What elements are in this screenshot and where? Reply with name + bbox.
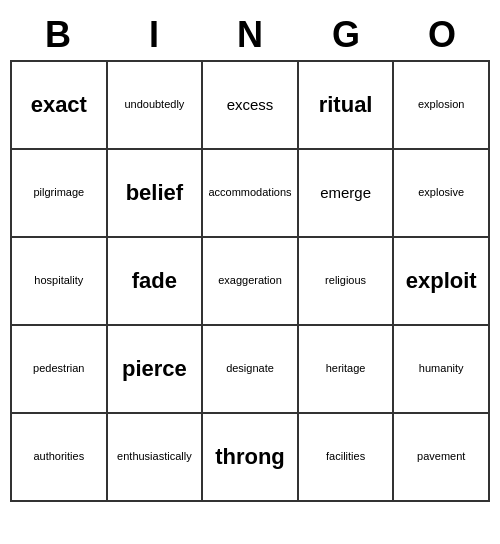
bingo-cell-1-0: pilgrimage bbox=[12, 150, 108, 238]
bingo-header: BINGO bbox=[10, 10, 490, 60]
cell-text-0-1: undoubtedly bbox=[124, 98, 184, 111]
bingo-cell-1-2: accommodations bbox=[203, 150, 299, 238]
bingo-cell-1-1: belief bbox=[108, 150, 204, 238]
cell-text-2-1: fade bbox=[132, 268, 177, 294]
cell-text-4-2: throng bbox=[215, 444, 285, 470]
cell-text-1-4: explosive bbox=[418, 186, 464, 199]
bingo-cell-0-0: exact bbox=[12, 62, 108, 150]
cell-text-0-3: ritual bbox=[319, 92, 373, 118]
bingo-grid: exactundoubtedlyexcessritualexplosionpil… bbox=[10, 60, 490, 502]
header-letter-g: G bbox=[298, 10, 394, 60]
cell-text-3-2: designate bbox=[226, 362, 274, 375]
bingo-cell-2-1: fade bbox=[108, 238, 204, 326]
cell-text-4-1: enthusiastically bbox=[117, 450, 192, 463]
bingo-cell-3-4: humanity bbox=[394, 326, 490, 414]
cell-text-4-3: facilities bbox=[326, 450, 365, 463]
cell-text-2-3: religious bbox=[325, 274, 366, 287]
bingo-cell-0-4: explosion bbox=[394, 62, 490, 150]
bingo-cell-4-4: pavement bbox=[394, 414, 490, 502]
bingo-cell-3-0: pedestrian bbox=[12, 326, 108, 414]
bingo-cell-4-3: facilities bbox=[299, 414, 395, 502]
bingo-cell-3-2: designate bbox=[203, 326, 299, 414]
bingo-cell-4-2: throng bbox=[203, 414, 299, 502]
bingo-cell-2-0: hospitality bbox=[12, 238, 108, 326]
bingo-cell-0-2: excess bbox=[203, 62, 299, 150]
cell-text-1-2: accommodations bbox=[208, 186, 291, 199]
cell-text-2-4: exploit bbox=[406, 268, 477, 294]
cell-text-4-0: authorities bbox=[33, 450, 84, 463]
cell-text-1-0: pilgrimage bbox=[33, 186, 84, 199]
bingo-cell-4-1: enthusiastically bbox=[108, 414, 204, 502]
bingo-cell-2-4: exploit bbox=[394, 238, 490, 326]
bingo-cell-3-3: heritage bbox=[299, 326, 395, 414]
cell-text-1-3: emerge bbox=[320, 184, 371, 202]
header-letter-i: I bbox=[106, 10, 202, 60]
bingo-cell-0-1: undoubtedly bbox=[108, 62, 204, 150]
cell-text-3-1: pierce bbox=[122, 356, 187, 382]
bingo-cell-0-3: ritual bbox=[299, 62, 395, 150]
bingo-board: BINGO exactundoubtedlyexcessritualexplos… bbox=[10, 10, 490, 502]
cell-text-1-1: belief bbox=[126, 180, 183, 206]
cell-text-0-0: exact bbox=[31, 92, 87, 118]
header-letter-b: B bbox=[10, 10, 106, 60]
bingo-cell-2-3: religious bbox=[299, 238, 395, 326]
bingo-cell-1-4: explosive bbox=[394, 150, 490, 238]
cell-text-4-4: pavement bbox=[417, 450, 465, 463]
cell-text-2-2: exaggeration bbox=[218, 274, 282, 287]
bingo-cell-1-3: emerge bbox=[299, 150, 395, 238]
header-letter-n: N bbox=[202, 10, 298, 60]
cell-text-3-3: heritage bbox=[326, 362, 366, 375]
cell-text-2-0: hospitality bbox=[34, 274, 83, 287]
bingo-cell-4-0: authorities bbox=[12, 414, 108, 502]
bingo-cell-2-2: exaggeration bbox=[203, 238, 299, 326]
cell-text-3-4: humanity bbox=[419, 362, 464, 375]
bingo-cell-3-1: pierce bbox=[108, 326, 204, 414]
header-letter-o: O bbox=[394, 10, 490, 60]
cell-text-0-2: excess bbox=[227, 96, 274, 114]
cell-text-3-0: pedestrian bbox=[33, 362, 84, 375]
cell-text-0-4: explosion bbox=[418, 98, 464, 111]
